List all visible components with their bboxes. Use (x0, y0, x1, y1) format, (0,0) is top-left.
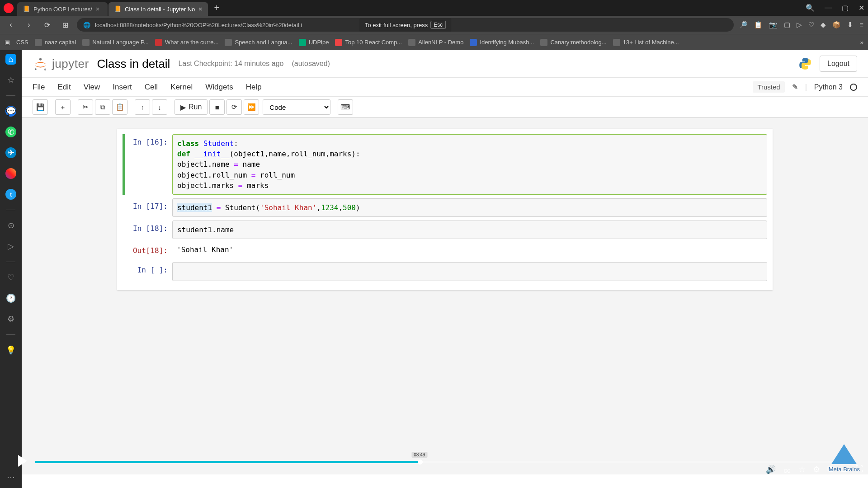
download-icon[interactable]: ⬇ (847, 21, 853, 29)
stop-button[interactable]: ■ (209, 99, 225, 115)
close-window-icon[interactable]: ✕ (859, 4, 864, 12)
ext1-icon[interactable]: ◆ (821, 21, 826, 29)
lightbulb-icon[interactable]: 💡 (5, 345, 16, 356)
menu-help[interactable]: Help (246, 83, 262, 92)
bookmark-item[interactable]: What are the curre... (155, 39, 219, 46)
menu-view[interactable]: View (84, 83, 100, 92)
search-icon[interactable]: 🔍 (806, 4, 815, 12)
tab-python-oop[interactable]: 📙 Python OOP Lectures/ × (17, 2, 108, 16)
logout-button[interactable]: Logout (820, 56, 857, 72)
bookmarks-overflow-icon[interactable]: » (860, 39, 863, 46)
bookmark-item[interactable]: Canary:methodolog... (540, 39, 606, 46)
back-button[interactable]: ‹ (5, 21, 17, 29)
new-tab-button[interactable]: + (209, 3, 225, 13)
menu-cell[interactable]: Cell (145, 83, 158, 92)
volume-icon[interactable]: 🔊 (766, 465, 776, 475)
code-input[interactable]: student1.name (172, 221, 767, 239)
video-star-icon[interactable]: ☆ (798, 465, 806, 475)
cc-icon[interactable]: ㏄ (783, 465, 791, 475)
more-icon[interactable]: ⋯ (5, 472, 16, 483)
fast-forward-button[interactable]: ⏩ (244, 99, 259, 115)
code-cell[interactable]: In [18]: student1.name (123, 221, 767, 239)
move-down-button[interactable]: ↓ (152, 99, 167, 115)
settings-icon[interactable]: ⚙ (5, 314, 16, 324)
menu-widgets[interactable]: Widgets (205, 83, 233, 92)
save-button[interactable]: 💾 (33, 99, 48, 115)
instagram-icon[interactable] (5, 168, 16, 179)
cut-button[interactable]: ✂ (78, 99, 93, 115)
menu-file[interactable]: File (33, 83, 45, 92)
url-field[interactable]: 🌐 localhost:8888/notebooks/Python%20OOP%… (77, 18, 734, 32)
edit-icon[interactable]: ✎ (792, 83, 798, 91)
ext2-icon[interactable]: 📦 (832, 21, 841, 29)
paste-button[interactable]: 📋 (112, 99, 127, 115)
copy-button[interactable]: ⧉ (95, 99, 110, 115)
minimize-icon[interactable]: — (825, 4, 832, 12)
menu-insert[interactable]: Insert (113, 83, 132, 92)
run-button[interactable]: ▶ Run (175, 99, 208, 115)
bookmark-item[interactable]: Identifying Mubash... (470, 39, 534, 46)
telegram-icon[interactable]: ✈ (5, 147, 16, 158)
kernel-name[interactable]: Python 3 (814, 83, 843, 91)
star-icon[interactable]: ☆ (5, 75, 16, 85)
progress-tooltip: 03:49 (411, 452, 427, 458)
grid-icon[interactable]: ⊞ (59, 21, 71, 29)
code-cell[interactable]: In [ ]: (123, 262, 767, 281)
video-settings-icon[interactable]: ⚙ (813, 465, 820, 475)
play-icon[interactable]: ▷ (5, 241, 16, 252)
camera-icon[interactable]: 📷 (769, 21, 778, 29)
bookmark-item[interactable]: Speech and Langua... (225, 39, 292, 46)
heart-sidebar-icon[interactable]: ♡ (5, 272, 16, 283)
code-input[interactable]: class Student: def __init__(object1,name… (172, 134, 767, 195)
trusted-badge[interactable]: Trusted (753, 81, 784, 93)
maximize-icon[interactable]: ▢ (842, 4, 849, 12)
capture-icon[interactable]: 📋 (754, 21, 763, 29)
whatsapp-icon[interactable]: ✆ (5, 127, 16, 137)
menu-icon[interactable]: ≡ (859, 21, 863, 29)
progress-thumb[interactable] (418, 460, 423, 465)
code-input[interactable]: student1 = Student('Sohail Khan',1234,50… (172, 198, 767, 217)
in-prompt: In [16]: (123, 134, 172, 195)
bookmark-item[interactable]: naaz capital (35, 39, 76, 46)
code-cell[interactable]: In [17]: student1 = Student('Sohail Khan… (123, 198, 767, 217)
reload-button[interactable]: ⟳ (41, 21, 53, 29)
cell-type-select[interactable]: Code (263, 99, 330, 115)
move-up-button[interactable]: ↑ (135, 99, 150, 115)
twitter-icon[interactable]: t (5, 189, 16, 200)
heart-icon[interactable]: ♡ (808, 21, 814, 29)
code-cell[interactable]: In [16]: class Student: def __init__(obj… (123, 134, 767, 195)
home-icon[interactable]: ⌂ (5, 54, 16, 65)
command-palette-button[interactable]: ⌨ (338, 99, 353, 115)
bookmark-item[interactable]: Natural Language P... (82, 39, 149, 46)
site-info-icon[interactable]: 🌐 (83, 22, 90, 28)
menu-edit[interactable]: Edit (57, 83, 71, 92)
code-input[interactable] (172, 262, 767, 281)
send-icon[interactable]: ▷ (797, 21, 802, 29)
python-icon (798, 56, 812, 71)
opera-icon[interactable] (4, 3, 14, 13)
output-row: Out[18]: 'Sohail Khan' (123, 243, 767, 258)
progress-bar[interactable] (35, 461, 854, 463)
history-icon[interactable]: 🕐 (5, 293, 16, 304)
forward-button[interactable]: › (23, 21, 35, 29)
bookmark-item[interactable]: Top 10 React Comp... (335, 39, 402, 46)
bookmark-item[interactable]: AllenNLP - Demo (408, 39, 463, 46)
play-button[interactable] (18, 455, 27, 467)
notebook-title[interactable]: Class in detail (97, 57, 170, 71)
menu-kernel[interactable]: Kernel (170, 83, 193, 92)
tab-class-detail[interactable]: 📙 Class in detail - Jupyter No × (108, 2, 208, 16)
close-icon[interactable]: × (198, 5, 202, 13)
bookmark-item[interactable]: 13+ List of Machine... (613, 39, 679, 46)
bookmark-item[interactable]: CSS (16, 39, 28, 46)
expand-icon[interactable]: ▣ (5, 39, 10, 46)
reader-icon[interactable]: 🔎 (739, 21, 748, 29)
restart-button[interactable]: ⟳ (226, 99, 242, 115)
in-prompt: In [18]: (123, 221, 172, 239)
jupyter-logo[interactable]: jupyter (33, 56, 89, 72)
add-cell-button[interactable]: + (55, 99, 71, 115)
close-icon[interactable]: × (96, 5, 99, 13)
bookmark-item[interactable]: UDPipe (299, 39, 329, 46)
player-icon[interactable]: ⊙ (5, 220, 16, 231)
messenger-icon[interactable]: 💬 (5, 106, 16, 117)
bookmark-icon[interactable]: ▢ (784, 21, 790, 29)
